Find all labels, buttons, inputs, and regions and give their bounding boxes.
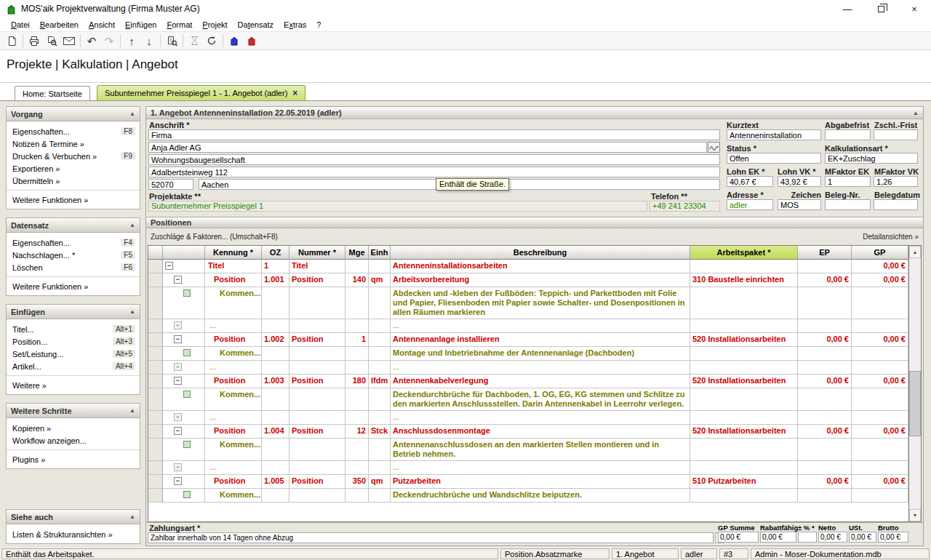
cell-oz[interactable] <box>262 411 289 425</box>
cell-ap[interactable]: 520 Installationsarbeiten <box>690 333 798 347</box>
table-row[interactable]: −Position1.003Position180lfdmAntennenkab… <box>148 375 908 388</box>
cell-ep[interactable]: 0,00 € <box>798 333 852 347</box>
cell-oz[interactable] <box>262 287 289 319</box>
table-row[interactable]: »...... <box>148 319 908 333</box>
sidebar-item[interactable]: Notizen & Termine » <box>7 137 140 150</box>
more-node-icon[interactable]: » <box>174 321 182 329</box>
zuschlaege-link[interactable]: Zuschläge & Faktoren... (Umschalt+F8) <box>151 233 278 241</box>
cell-gp[interactable] <box>852 411 908 425</box>
cell-ap[interactable] <box>690 489 798 503</box>
total-value[interactable] <box>818 532 847 543</box>
cell-besch[interactable]: ... <box>391 319 690 333</box>
kennung-header[interactable]: Kennung * <box>205 246 262 260</box>
cell-mge[interactable] <box>345 319 369 333</box>
more-node-icon[interactable]: » <box>174 463 182 471</box>
cell-einh[interactable] <box>369 319 391 333</box>
edit-address-button[interactable] <box>708 142 720 153</box>
cell-mge[interactable] <box>345 439 369 461</box>
cell-einh[interactable] <box>369 361 391 375</box>
cell-besch[interactable]: Deckendurchbrüche für Dachboden, 1. OG, … <box>391 388 690 411</box>
mfaktor-ek-field[interactable] <box>825 176 871 187</box>
cell-ken[interactable]: Kommen... <box>205 489 262 503</box>
cell-oz[interactable] <box>262 347 289 361</box>
cell-ap[interactable] <box>690 439 798 461</box>
table-row[interactable]: −Position1.004Position12StckAnschlussdos… <box>148 425 908 439</box>
minimize-button[interactable]: — <box>831 0 864 17</box>
detailansichten-link[interactable]: Detailansichten » <box>863 233 919 241</box>
section-header[interactable]: Einfügen▲ <box>7 305 140 319</box>
anschrift-line2-field[interactable] <box>148 142 707 153</box>
sidebar-item[interactable]: Position...Alt+3 <box>7 335 140 348</box>
tab-home[interactable]: Home: Startseite <box>15 86 90 100</box>
anschrift-line1-field[interactable] <box>148 129 720 140</box>
cell-einh[interactable] <box>369 439 391 461</box>
undo-button[interactable]: ↶ <box>83 33 100 49</box>
cell-num[interactable] <box>289 489 345 503</box>
beleg-nr-field[interactable] <box>825 199 871 210</box>
collapse-node-icon[interactable]: − <box>165 262 173 270</box>
cell-oz[interactable] <box>262 319 289 333</box>
cell-ken[interactable]: Kommen... <box>205 388 262 411</box>
cell-gp[interactable]: 0,00 € <box>852 425 908 439</box>
new-document-button[interactable] <box>3 33 20 49</box>
cell-gp[interactable]: 0,00 € <box>852 273 908 287</box>
collapse-node-icon[interactable]: − <box>174 276 182 284</box>
row-selector[interactable] <box>148 319 163 333</box>
ep-header[interactable]: EP <box>798 246 852 260</box>
cell-mge[interactable] <box>345 411 369 425</box>
cell-einh[interactable]: Stck <box>369 425 391 439</box>
cell-gp[interactable] <box>852 388 908 411</box>
sidebar-item[interactable]: Drucken & Verbuchen »F9 <box>7 150 140 162</box>
cell-ep[interactable] <box>798 489 852 503</box>
cell-ep[interactable]: 0,00 € <box>798 375 852 388</box>
scrollbar-thumb[interactable] <box>909 371 921 436</box>
cell-oz[interactable]: 1.005 <box>262 475 289 489</box>
sidebar-item[interactable]: Set/Leistung...Alt+5 <box>7 348 140 360</box>
mail-button[interactable] <box>60 33 78 49</box>
plugin-red-button[interactable] <box>243 33 260 49</box>
cell-ep[interactable] <box>798 347 852 361</box>
menu-?[interactable]: ? <box>311 19 326 31</box>
cell-num[interactable] <box>289 439 345 461</box>
kalkulationsart-field[interactable] <box>825 153 918 164</box>
row-selector[interactable] <box>148 375 163 388</box>
cell-einh[interactable]: qm <box>369 273 391 287</box>
cell-num[interactable]: Position <box>289 273 345 287</box>
cell-gp[interactable] <box>852 489 908 503</box>
cell-ken[interactable]: Position <box>205 425 262 439</box>
cell-gp[interactable] <box>852 361 908 375</box>
close-button[interactable]: × <box>898 0 931 17</box>
cell-gp[interactable] <box>852 319 908 333</box>
menu-bearbeiten[interactable]: Bearbeiten <box>35 19 84 31</box>
cell-besch[interactable]: ... <box>391 411 690 425</box>
move-down-button[interactable]: ↓ <box>140 33 158 49</box>
cell-ken[interactable]: Position <box>205 273 262 287</box>
cell-ep[interactable] <box>798 439 852 461</box>
section-header[interactable]: Datensatz▲ <box>7 218 140 233</box>
mfaktor-vk-field[interactable] <box>874 176 918 187</box>
sidebar-item[interactable]: Weitere Funktionen » <box>7 193 140 206</box>
cell-gp[interactable] <box>852 287 908 319</box>
cell-num[interactable] <box>289 461 345 475</box>
cell-ap[interactable]: 520 Installationsarbeiten <box>690 375 798 388</box>
table-row[interactable]: »...... <box>148 411 908 425</box>
cell-ap[interactable] <box>690 361 798 375</box>
cell-gp[interactable]: 0,00 € <box>852 475 908 489</box>
comment-node-icon[interactable] <box>183 491 191 498</box>
table-row[interactable]: Kommen...Deckendruchbrüche und Wandschli… <box>148 489 908 503</box>
comment-node-icon[interactable] <box>183 391 191 398</box>
table-row[interactable]: »...... <box>148 361 908 375</box>
einh-header[interactable]: Einh <box>369 246 391 260</box>
cell-einh[interactable] <box>369 411 391 425</box>
sidebar-item[interactable]: Nachschlagen... *F5 <box>7 249 140 261</box>
collapse-node-icon[interactable]: − <box>174 377 182 385</box>
total-value[interactable] <box>849 532 876 543</box>
more-node-icon[interactable]: » <box>174 363 182 371</box>
table-row[interactable]: −Position1.002Position1Antennenanlage in… <box>148 333 908 347</box>
section-header[interactable]: Weitere Schritte▲ <box>7 404 140 418</box>
lohn-ek-field[interactable] <box>727 176 773 187</box>
sidebar-item[interactable]: Exportieren » <box>7 162 140 175</box>
plz-field[interactable] <box>148 179 193 190</box>
cell-mge[interactable]: 350 <box>345 475 369 489</box>
cell-mge[interactable] <box>345 461 369 475</box>
